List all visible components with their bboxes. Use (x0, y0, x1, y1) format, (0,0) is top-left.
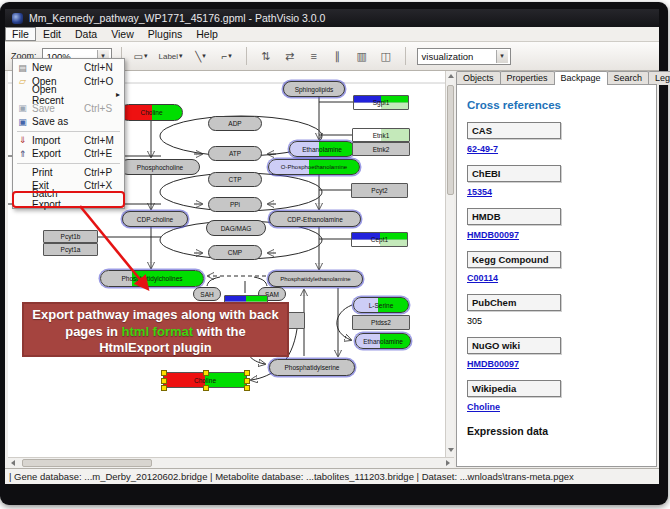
node-pcyt1a[interactable]: Pcyt1a (43, 243, 98, 256)
xref-link[interactable]: Choline (467, 402, 500, 412)
menu-item-shortcut: Ctrl+E (84, 148, 120, 159)
node-cept1[interactable]: Cept1 (351, 232, 408, 247)
visualization-combobox[interactable]: visualization ▾ (417, 48, 511, 65)
node-phosphatidylethanolamine[interactable]: Phosphatidylethanolamine (268, 271, 363, 287)
node-cdp-choline[interactable]: CDP-choline (122, 211, 188, 227)
file-menu-item-export[interactable]: ⇑ExportCtrl+E (14, 147, 123, 161)
node-choline[interactable]: Choline (163, 372, 247, 388)
menu-item-label: New (30, 62, 84, 73)
xref-link[interactable]: 62-49-7 (467, 144, 498, 154)
xref-header: HMDB (467, 208, 561, 225)
common-width-button[interactable]: ▥ (352, 47, 372, 65)
node-sphingolipids[interactable]: Sphingolipids (283, 81, 345, 97)
label-tool-dropdown[interactable]: Label▾ (157, 47, 185, 65)
scrollbar-thumb[interactable] (447, 85, 454, 195)
xref-link[interactable]: 15354 (467, 187, 492, 197)
selection-handle[interactable] (161, 385, 167, 391)
tab-search[interactable]: Search (607, 71, 650, 85)
file-menu-item-open-recent[interactable]: Open Recent▸ (14, 88, 123, 102)
node-label: Cept1 (371, 236, 388, 243)
menu-plugins[interactable]: Plugins (141, 27, 189, 41)
selection-handle[interactable] (244, 370, 250, 376)
tab-objects[interactable]: Objects (456, 71, 501, 85)
chevron-down-icon: ▾ (179, 52, 183, 60)
tab-properties[interactable]: Properties (500, 71, 555, 85)
file-menu-item-import[interactable]: ⇓ImportCtrl+M (14, 134, 123, 148)
open-folder-icon: ▱ (15, 76, 30, 86)
xref-link[interactable]: HMDB00097 (467, 359, 519, 369)
menu-view[interactable]: View (104, 27, 141, 41)
chevron-down-icon: ▾ (228, 52, 232, 60)
node-phosphocholine[interactable]: Phosphocholine (120, 159, 200, 175)
pathway-node[interactable] (287, 312, 305, 329)
node-ptdss2[interactable]: Ptdss2 (352, 315, 410, 330)
canvas-horizontal-scrollbar[interactable] (8, 457, 454, 468)
menu-data[interactable]: Data (68, 27, 104, 41)
node-ppi[interactable]: PPi (208, 197, 262, 212)
node-sgpl1[interactable]: Sgpl1 (353, 95, 409, 110)
node-etnk2[interactable]: Etnk2 (352, 142, 410, 156)
node-pcyt2[interactable]: Pcyt2 (351, 183, 408, 198)
selection-handle[interactable] (203, 370, 209, 376)
menu-file[interactable]: File (5, 27, 36, 41)
node-ethanolamine[interactable]: Ethanolamine (289, 141, 355, 157)
file-menu-item-print[interactable]: PrintCtrl+P (14, 166, 123, 180)
screenshot: Mm_Kennedy_pathway_WP1771_45176.gpml - P… (0, 0, 670, 509)
tab-backpage[interactable]: Backpage (554, 71, 608, 85)
tab-legend[interactable]: Legend (648, 71, 670, 85)
node-phosphatidylserine[interactable]: Phosphatidylserine (269, 359, 355, 376)
node-label: Phosphocholine (137, 164, 183, 171)
node-ethanolamine[interactable]: Ethanolamine (355, 333, 411, 349)
menu-separator (17, 163, 120, 164)
selection-handle[interactable] (244, 385, 250, 391)
node-cmp[interactable]: CMP (208, 245, 262, 260)
scroll-right-icon[interactable] (446, 460, 450, 466)
align-horizontal-center-button[interactable]: ⇄ (280, 47, 300, 65)
status-bar: | Gene database: ...m_Derby_20120602.bri… (5, 468, 659, 484)
connector-tool-dropdown[interactable]: ⌐▾ (217, 47, 237, 65)
align-vertical-center-button[interactable]: ⇅ (256, 47, 276, 65)
node-atp[interactable]: ATP (208, 146, 262, 161)
node-label: Ethanolamine (302, 146, 342, 153)
line-tool-dropdown[interactable]: ╲▾ (191, 47, 211, 65)
selection-handle[interactable] (161, 370, 167, 376)
node-phosphatidylcholines[interactable]: Phosphatidylcholines (100, 270, 204, 287)
node-dag-mag[interactable]: DAG/MAG (206, 220, 266, 236)
node-o-phosphoethanolamine[interactable]: O-Phosphoethanolamine (268, 159, 360, 175)
menu-help[interactable]: Help (189, 27, 225, 41)
xref-link[interactable]: HMDB00097 (467, 230, 519, 240)
file-menu-item-save[interactable]: ▣SaveCtrl+S (14, 102, 123, 116)
selection-handle[interactable] (244, 378, 250, 384)
xref-link[interactable]: C00114 (467, 273, 498, 283)
node-ctp[interactable]: CTP (208, 172, 262, 187)
menu-bar: FileEditDataViewPluginsHelp (5, 27, 659, 42)
node-pcyt1b[interactable]: Pcyt1b (43, 230, 98, 243)
chevron-down-icon[interactable]: ▾ (496, 50, 508, 63)
selection-handle[interactable] (203, 385, 209, 391)
node-label: Etnk2 (373, 146, 390, 153)
node-adp[interactable]: ADP (208, 116, 262, 131)
common-height-button[interactable]: ◫ (376, 47, 396, 65)
node-choline[interactable]: Choline (120, 104, 183, 121)
file-menu-item-save-as[interactable]: ▣Save as (14, 115, 123, 129)
node-cdp-ethanolamine[interactable]: CDP-Ethanolamine (269, 211, 361, 227)
xref-header: Kegg Compound (467, 251, 561, 268)
file-menu-item-new[interactable]: ▤NewCtrl+N (14, 61, 123, 75)
node-etnk1[interactable]: Etnk1 (352, 128, 410, 142)
side-panel: ObjectsPropertiesBackpageSearchLegend Cr… (454, 71, 659, 468)
distribute-vertical-button[interactable]: ≡ (304, 47, 324, 65)
file-menu-item-batch-export[interactable]: Batch Export (14, 193, 123, 207)
menu-edit[interactable]: Edit (36, 27, 68, 41)
datanode-tool-dropdown[interactable]: ▭▾ (131, 47, 151, 65)
selection-handle[interactable] (161, 378, 167, 384)
node-label: Pcyt1a (61, 246, 81, 253)
node-label: O-Phosphoethanolamine (281, 164, 347, 170)
canvas-vertical-scrollbar[interactable] (445, 71, 454, 457)
annotation-highlight: html format (122, 324, 194, 339)
scrollbar-thumb[interactable] (22, 459, 152, 467)
node-sah[interactable]: SAH (193, 287, 221, 301)
scroll-left-icon[interactable] (11, 460, 15, 466)
node-l-serine[interactable]: L-Serine (353, 297, 409, 313)
node-label: SAH (200, 291, 213, 298)
distribute-horizontal-button[interactable]: ∥ (328, 47, 348, 65)
